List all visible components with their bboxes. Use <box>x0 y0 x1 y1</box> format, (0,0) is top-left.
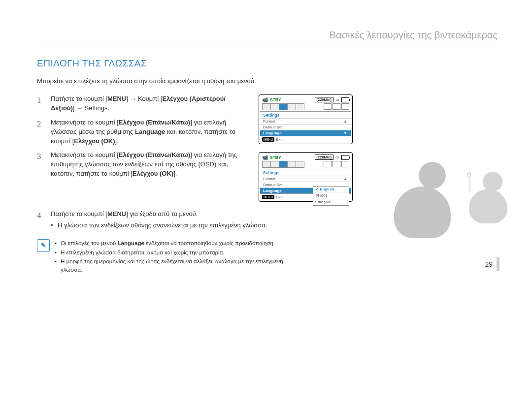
badge-icon <box>324 103 332 110</box>
step-number: 1 <box>37 94 46 113</box>
lang-option-english: English <box>313 187 349 192</box>
note-text: Η επιλεγμένη γλώσσα διατηρείται, ακόμα κ… <box>61 249 225 257</box>
sd-icon: ▭ <box>335 97 339 102</box>
bullet-icon: • <box>55 249 58 257</box>
badge-icon <box>324 161 332 167</box>
badge-icon <box>332 103 340 110</box>
step-number: 3 <box>37 151 46 179</box>
text: Πατήστε το κουμπί [ <box>51 210 107 218</box>
badge-icon <box>341 161 349 167</box>
text: ]. <box>115 137 119 145</box>
section-title: ΕΠΙΛΟΓΗ ΤΗΣ ΓΛΩΣΣΑΣ <box>37 58 498 69</box>
camera-icon: 📹 <box>262 155 268 160</box>
text: Μετακινήστε το κουμπί [ <box>51 119 119 126</box>
camera-icon: 📹 <box>262 97 268 102</box>
note-text: Οι επιλογές του μενού <box>61 240 118 246</box>
lcd-settings-label: Settings <box>260 169 351 176</box>
text: ]. <box>173 170 177 177</box>
tab-settings-icon <box>279 161 288 168</box>
bullet-text: Η γλώσσα των ενδείξεων οθόνης ανανεώνετα… <box>58 221 267 230</box>
bullet-icon: • <box>51 221 54 230</box>
tab-icon <box>287 161 296 168</box>
badge-icon <box>341 103 349 110</box>
lang-option-korean: 한국어 <box>313 192 349 199</box>
decorative-people-illustration <box>389 150 507 238</box>
step-number: 2 <box>37 118 46 146</box>
tab-icon <box>270 103 279 110</box>
time-remaining: [220Min] <box>315 155 333 160</box>
tab-icon <box>296 103 304 110</box>
bullet-icon: • <box>55 257 58 274</box>
text: Μετακινήστε το κουμπί [ <box>51 151 119 158</box>
menu-label: MENU <box>107 95 126 102</box>
step-2: 2 Μετακινήστε το κουμπί [Ελέγχου (Επάνω/… <box>37 118 249 146</box>
tab-icon <box>296 161 304 168</box>
time-remaining: [220Min] <box>315 97 333 102</box>
lcd-row-language: Language▼ <box>260 130 351 136</box>
control-label: Ελέγχου (Επάνω/Κάτω) <box>119 151 190 158</box>
page-number: 29 <box>485 257 499 271</box>
note-text: Η μορφή της ημερομηνίας και της ώρας ενδ… <box>61 257 293 274</box>
language-label: Language <box>135 128 165 135</box>
stby-status: STBY <box>270 155 281 160</box>
step-1: 1 Πατήστε το κουμπί [MENU] → Κουμπί [Ελέ… <box>37 94 249 113</box>
note-icon: ✎ <box>37 239 50 252</box>
tab-settings-icon <box>279 103 288 110</box>
text: ] <box>73 104 76 112</box>
exit-label: Exit <box>276 195 282 199</box>
lcd-row-default-set: Default Set <box>260 124 351 130</box>
lcd-settings-label: Settings <box>260 112 351 118</box>
sd-icon: ▭ <box>335 155 339 159</box>
lang-option-francais: Français <box>313 199 349 205</box>
lcd-screenshot-2: 📹 STBY [220Min] ▭ <box>259 152 353 202</box>
control-ok-label: Ελέγχου (OK) <box>74 137 115 145</box>
note-text: ενδέχεται να τροποποιηθούν χωρίς προειδο… <box>144 240 275 246</box>
text: Πατήστε το κουμπί [ <box>51 95 107 102</box>
bullet-icon: • <box>55 239 58 248</box>
step-3: 3 Μετακινήστε το κουμπί [Ελέγχου (Επάνω/… <box>37 151 249 179</box>
language-label: Language <box>118 240 144 246</box>
step-4: 4 Πατήστε το κουμπί [MENU] για έξοδο από… <box>37 210 293 230</box>
tab-icon <box>270 161 279 168</box>
intro-text: Μπορείτε να επιλέξετε τη γλώσσα στην οπο… <box>37 77 264 86</box>
lcd-screenshot-1: 📹 STBY [220Min] ▭ <box>259 94 353 144</box>
note-box: ✎ • Οι επιλογές του μενού Language ενδέχ… <box>37 239 293 275</box>
battery-icon <box>341 97 349 102</box>
tab-icon <box>262 103 271 110</box>
badge-icon <box>332 161 340 167</box>
menu-button-icon: MENU <box>262 195 274 199</box>
text: Κουμπί [ <box>136 95 162 102</box>
tab-icon <box>287 103 296 110</box>
chapter-title: Βασικές λειτουργίες της βιντεοκάμερας <box>37 30 498 44</box>
stby-status: STBY <box>270 97 281 102</box>
language-dropdown: English 한국어 Français <box>313 186 349 206</box>
control-label: Ελέγχου (Επάνω/Κάτω) <box>119 119 190 126</box>
text: ] για έξοδο από το μενού. <box>126 210 198 218</box>
lcd-row-format: Format▲ <box>260 118 351 124</box>
menu-button-icon: MENU <box>262 137 274 142</box>
battery-icon <box>341 155 349 160</box>
text: Settings. <box>83 104 109 112</box>
step-number: 4 <box>37 210 46 230</box>
arrow-icon: → <box>76 104 83 112</box>
tab-icon <box>262 161 271 168</box>
control-ok-label: Ελέγχου (OK) <box>133 170 173 177</box>
lcd-row-format: Format▲ <box>260 176 351 182</box>
exit-label: Exit <box>276 137 282 142</box>
menu-label: MENU <box>107 210 126 218</box>
arrow-icon: → <box>130 95 136 102</box>
